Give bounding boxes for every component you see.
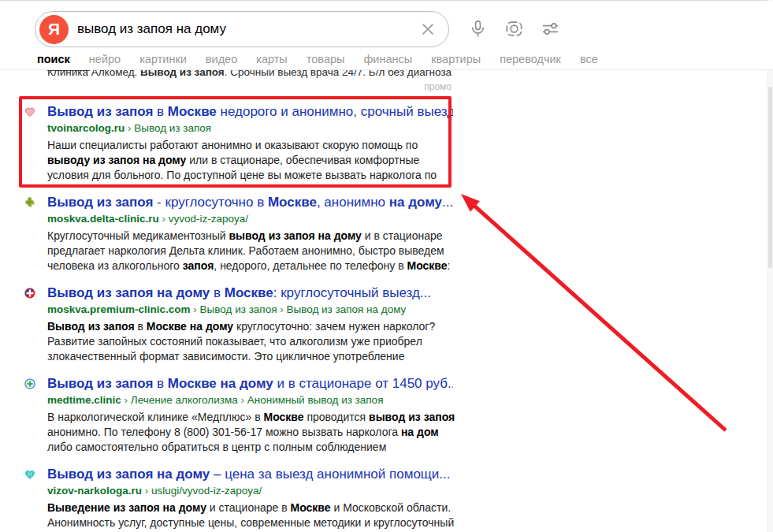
camera-search-icon[interactable]: [504, 19, 524, 39]
result-url-breadcrumb[interactable]: tvoinarcolog.ru › Вывод из запоя: [47, 121, 453, 136]
result-url-breadcrumb[interactable]: medtime.clinic › Лечение алкоголизма › А…: [47, 393, 453, 407]
tab-neuro[interactable]: нейро: [89, 53, 121, 65]
filters-icon[interactable]: [541, 19, 560, 39]
microphone-icon[interactable]: [468, 19, 488, 39]
tab-finance[interactable]: финансы: [363, 53, 412, 65]
yandex-logo-icon[interactable]: Я: [39, 15, 69, 44]
tab-video[interactable]: видео: [206, 53, 237, 65]
clipped-ad-result: Клиника Алкомед. Вывод из запоя. Срочный…: [47, 69, 461, 80]
result-title-link[interactable]: Вывод из запоя в Москве на дому и в стац…: [47, 375, 453, 392]
favicon-teal-heart-icon: [24, 468, 36, 481]
result-snippet: Вывод из запоя в Москве на дому круглосу…: [47, 319, 458, 364]
result-title-link[interactable]: Вывод из запоя в Москве недорого и анони…: [47, 103, 453, 121]
tab-translator[interactable]: переводчик: [500, 53, 561, 65]
scrollbar-thumb[interactable]: [768, 87, 772, 268]
search-header: Я: [0, 1, 773, 70]
search-results-list: Вывод из запоя в Москве недорого и анони…: [24, 103, 453, 532]
search-bar[interactable]: Я: [35, 11, 449, 47]
result-title-link[interactable]: Вывод из запоя на дому – цена за выезд а…: [47, 466, 453, 483]
favicon-red-cross-icon: [24, 287, 36, 299]
tab-apartments[interactable]: квартиры: [431, 53, 481, 65]
search-result: Вывод из запоя на дому в Москве: круглос…: [24, 285, 453, 364]
yandex-serp-page: Я: [0, 0, 773, 532]
result-title-link[interactable]: Вывод из запоя - круглосуточно в Москве,…: [47, 194, 453, 211]
search-result: Вывод из запоя - круглосуточно в Москве,…: [24, 194, 453, 273]
result-snippet: Выведение из запоя на дому и стационаре …: [47, 500, 458, 532]
result-url-breadcrumb[interactable]: vizov-narkologa.ru › uslugi/vyvod-iz-zap…: [47, 484, 453, 498]
search-action-icons: [468, 19, 560, 39]
result-snippet: Наши специалисты работают анонимно и ока…: [47, 138, 458, 183]
search-result: Вывод из запоя в Москве недорого и анони…: [24, 103, 453, 183]
tab-images[interactable]: картинки: [139, 53, 187, 65]
result-url-breadcrumb[interactable]: moskva.delta-clinic.ru › vyvod-iz-zapoya…: [47, 212, 453, 226]
search-result: Вывод из запоя на дому – цена за выезд а…: [24, 466, 453, 532]
header-divider: [0, 69, 773, 70]
tab-search[interactable]: поиск: [37, 53, 70, 65]
result-snippet: В наркологической клинике «Медплюс» в Мо…: [47, 410, 458, 455]
favicon-pink-mark-icon: [24, 106, 36, 118]
promo-badge: промо: [424, 81, 452, 92]
search-result: Вывод из запоя в Москве на дому и в стац…: [24, 375, 453, 455]
favicon-blue-globe-plus-icon: [24, 378, 36, 390]
result-title-link[interactable]: Вывод из запоя на дому в Москве: круглос…: [47, 285, 453, 302]
result-url-breadcrumb[interactable]: moskva.premium-clinic.com › Вывод из зап…: [47, 303, 453, 317]
tab-all[interactable]: все: [580, 53, 598, 65]
result-snippet: Круглосуточный медикаментозный вывод из …: [47, 229, 458, 273]
clipped-ad-text: Клиника Алкомед. Вывод из запоя. Срочный…: [47, 69, 461, 80]
clear-search-icon[interactable]: [417, 18, 439, 40]
tab-goods[interactable]: товары: [307, 53, 345, 65]
scrollbar-track[interactable]: [767, 0, 773, 532]
favicon-green-cross-icon: [24, 196, 36, 209]
search-vertical-tabs: поискнейрокартинкивидеокартытоварыфинанс…: [37, 53, 598, 65]
tab-maps[interactable]: карты: [256, 53, 288, 65]
search-input[interactable]: [77, 21, 417, 37]
